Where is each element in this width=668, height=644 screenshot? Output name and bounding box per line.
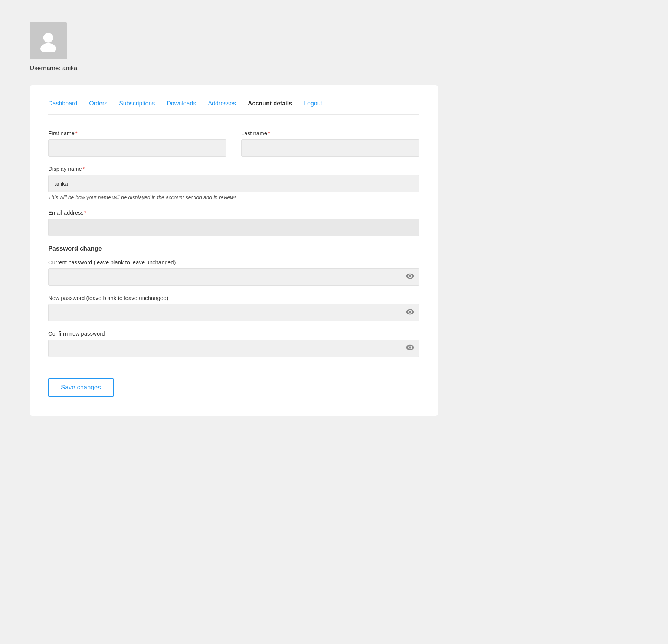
new-password-label: New password (leave blank to leave uncha… <box>48 295 419 301</box>
username-label: Username: anika <box>30 65 638 72</box>
save-changes-button[interactable]: Save changes <box>48 378 114 397</box>
last-name-label: Last name* <box>241 130 419 136</box>
display-name-hint: This will be how your name will be displ… <box>48 194 419 200</box>
email-required: * <box>84 209 86 216</box>
main-card: Dashboard Orders Subscriptions Downloads… <box>30 85 438 416</box>
email-label: Email address* <box>48 209 419 216</box>
tab-subscriptions[interactable]: Subscriptions <box>119 100 155 107</box>
svg-point-1 <box>40 43 56 52</box>
new-password-toggle-icon[interactable] <box>406 309 414 317</box>
nav-tabs: Dashboard Orders Subscriptions Downloads… <box>48 100 419 115</box>
email-group: Email address* <box>48 209 419 236</box>
current-password-toggle-icon[interactable] <box>406 273 414 281</box>
display-name-label: Display name* <box>48 166 419 172</box>
tab-logout[interactable]: Logout <box>304 100 322 107</box>
last-name-group: Last name* <box>241 130 419 157</box>
user-avatar-icon <box>37 30 59 52</box>
email-input[interactable] <box>48 219 419 236</box>
last-name-input[interactable] <box>241 139 419 157</box>
confirm-password-toggle-icon[interactable] <box>406 344 414 352</box>
confirm-password-input[interactable] <box>48 340 419 357</box>
first-name-label: First name* <box>48 130 226 136</box>
tab-account-details[interactable]: Account details <box>248 100 292 107</box>
tab-downloads[interactable]: Downloads <box>167 100 196 107</box>
first-name-required: * <box>75 130 78 136</box>
profile-section: Username: anika <box>30 22 638 72</box>
current-password-input[interactable] <box>48 268 419 286</box>
svg-point-0 <box>43 33 53 42</box>
confirm-password-label: Confirm new password <box>48 330 419 337</box>
tab-dashboard[interactable]: Dashboard <box>48 100 77 107</box>
display-name-input[interactable] <box>48 175 419 192</box>
avatar <box>30 22 67 59</box>
display-name-group: Display name* This will be how your name… <box>48 166 419 200</box>
confirm-password-wrapper <box>48 340 419 357</box>
password-change-title: Password change <box>48 245 419 252</box>
confirm-password-group: Confirm new password <box>48 330 419 357</box>
current-password-wrapper <box>48 268 419 286</box>
name-row: First name* Last name* <box>48 130 419 157</box>
account-details-form: First name* Last name* Display name* Thi… <box>48 130 419 397</box>
tab-orders[interactable]: Orders <box>89 100 107 107</box>
first-name-input[interactable] <box>48 139 226 157</box>
tab-addresses[interactable]: Addresses <box>208 100 236 107</box>
new-password-wrapper <box>48 304 419 321</box>
last-name-required: * <box>268 130 270 136</box>
display-name-required: * <box>83 166 85 172</box>
first-name-group: First name* <box>48 130 226 157</box>
new-password-group: New password (leave blank to leave uncha… <box>48 295 419 321</box>
current-password-group: Current password (leave blank to leave u… <box>48 259 419 286</box>
current-password-label: Current password (leave blank to leave u… <box>48 259 419 265</box>
new-password-input[interactable] <box>48 304 419 321</box>
